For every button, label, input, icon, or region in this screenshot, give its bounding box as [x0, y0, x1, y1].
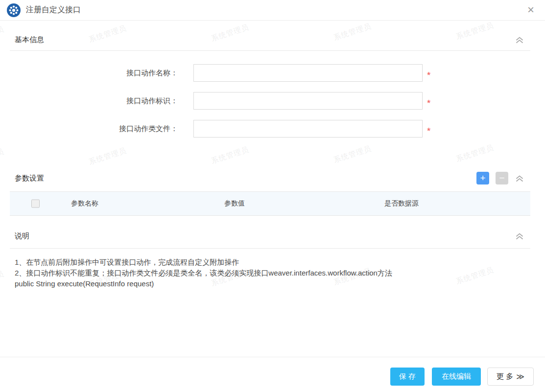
footer-divider: [0, 357, 545, 357]
basic-info-divider: [10, 50, 530, 51]
notes-line-2: 2、接口动作标识不能重复；接口动作类文件必须是类全名，该类必须实现接口weave…: [15, 268, 406, 289]
params-section-header: 参数设置 + −: [10, 172, 530, 184]
params-toolbar: + −: [476, 172, 530, 184]
basic-info-title: 基本信息: [15, 35, 44, 45]
required-asterisk: *: [427, 126, 430, 136]
remove-param-button[interactable]: −: [496, 172, 508, 184]
params-table-header: 参数名称 参数值 是否数据源: [10, 192, 530, 216]
more-button-label: 更 多: [497, 372, 513, 381]
dialog-header: 注册自定义接口 ×: [0, 0, 545, 21]
collapse-params-icon[interactable]: [515, 174, 524, 183]
action-name-input[interactable]: [193, 64, 423, 82]
action-class-file-input[interactable]: [193, 120, 423, 138]
basic-info-section-header: 基本信息: [10, 36, 530, 44]
add-param-button[interactable]: +: [476, 172, 489, 184]
action-name-label: 接口动作名称：: [10, 69, 178, 78]
notes-text: 1、在节点前后附加操作中可设置接口动作，完成流程自定义附加操作 2、接口动作标识…: [15, 257, 406, 289]
app-badge-icon: [7, 3, 21, 17]
basic-info-form: 接口动作名称： * 接口动作标识： * 接口动作类文件： *: [10, 64, 530, 138]
action-id-label: 接口动作标识：: [10, 96, 178, 106]
notes-section-header: 说明: [10, 232, 530, 240]
form-row-action-id: 接口动作标识： *: [10, 92, 530, 110]
form-row-action-class-file: 接口动作类文件： *: [10, 120, 530, 138]
column-is-datasource: 是否数据源: [384, 199, 419, 208]
form-row-action-name: 接口动作名称： *: [10, 64, 530, 82]
dialog-footer: 保 存 在线编辑 更 多 ≫: [390, 368, 534, 386]
register-custom-interface-dialog: 系统管理员系统管理员系统管理员系统管理员系统管理员系统管理员系统管理员系统管理员…: [0, 0, 545, 392]
column-param-value: 参数值: [224, 199, 245, 208]
notes-divider: [10, 248, 530, 249]
close-icon[interactable]: ×: [524, 4, 537, 17]
collapse-basic-info-icon[interactable]: [515, 36, 524, 44]
more-button[interactable]: 更 多 ≫: [487, 368, 534, 386]
dialog-title: 注册自定义接口: [26, 5, 81, 15]
collapse-notes-icon[interactable]: [515, 232, 524, 240]
required-asterisk: *: [427, 98, 430, 108]
dialog-body: 基本信息 接口动作名称： * 接口动作标识： * 接口动作类文件： *: [0, 36, 545, 289]
notes-title: 说明: [15, 231, 29, 241]
save-button[interactable]: 保 存: [390, 368, 425, 386]
notes-line-1: 1、在节点前后附加操作中可设置接口动作，完成流程自定义附加操作: [15, 257, 406, 268]
column-param-name: 参数名称: [71, 199, 98, 208]
required-asterisk: *: [427, 70, 430, 80]
online-edit-button[interactable]: 在线编辑: [432, 368, 481, 386]
double-chevron-right-icon: ≫: [516, 372, 524, 381]
action-class-file-label: 接口动作类文件：: [10, 124, 178, 134]
action-id-input[interactable]: [193, 92, 423, 110]
select-all-checkbox[interactable]: [31, 200, 40, 208]
params-title: 参数设置: [15, 174, 44, 183]
